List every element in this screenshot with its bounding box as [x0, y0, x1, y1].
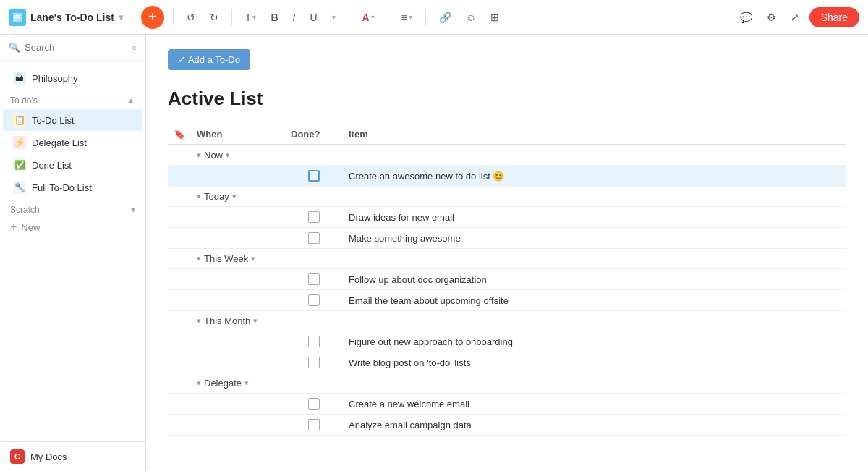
- row-done-cell: [285, 415, 343, 436]
- sidebar-section-scratch[interactable]: Scratch ▾: [0, 199, 145, 218]
- color-button[interactable]: A ▾: [358, 9, 379, 26]
- todo-checkbox[interactable]: [308, 211, 320, 223]
- embed-button[interactable]: ⊞: [486, 9, 503, 26]
- group-name: Today: [204, 191, 229, 202]
- group-label-cell: ▾ Delegate ▾: [191, 373, 846, 394]
- comment-button[interactable]: 💬: [736, 9, 757, 26]
- row-item-cell: Create an awesome new to do list 😊: [343, 166, 846, 187]
- app-title[interactable]: Lane's To-Do List ▾: [9, 9, 123, 26]
- todolist-icon: 📋: [13, 114, 26, 127]
- row-when-cell: [191, 352, 285, 373]
- my-docs-label: My Docs: [30, 451, 67, 462]
- sidebar-item-label-delegatelist: Delegate List: [32, 137, 87, 148]
- my-docs-icon: C: [10, 449, 25, 464]
- new-label: New: [21, 222, 40, 233]
- row-bookmark-cell: [168, 269, 191, 290]
- add-todo-button[interactable]: ✓ Add a To-Do: [168, 49, 250, 70]
- group-bookmark-cell: [168, 145, 191, 166]
- sidebar-section-todos[interactable]: To do's ▲: [0, 90, 145, 109]
- underline-button[interactable]: U: [305, 9, 321, 26]
- group-name: Delegate: [204, 378, 242, 389]
- sidebar-collapse-button[interactable]: «: [132, 43, 137, 53]
- row-when-cell: [191, 207, 285, 228]
- fullscreen-button[interactable]: ⤢: [786, 9, 804, 26]
- sidebar-item-todolist[interactable]: 📋 To-Do List: [3, 109, 142, 131]
- row-item-cell: Draw ideas for new email: [343, 207, 846, 228]
- row-when-cell: [191, 394, 285, 415]
- add-button[interactable]: +: [141, 6, 164, 29]
- search-input[interactable]: [25, 42, 127, 53]
- group-dropdown[interactable]: ▾: [253, 316, 258, 326]
- group-chevron: ▾: [197, 254, 201, 263]
- group-row: ▾ Today ▾: [168, 187, 846, 207]
- todo-checkbox[interactable]: [308, 273, 320, 285]
- sidebar-item-fulltodolist[interactable]: 🔧 Full To-Do List: [3, 177, 142, 198]
- row-bookmark-cell: [168, 228, 191, 249]
- group-chevron: ▾: [197, 150, 201, 160]
- toolbar-divider-3: [231, 9, 232, 26]
- row-done-cell: [285, 228, 343, 249]
- row-item-cell: Email the team about upcoming offsite: [343, 290, 846, 311]
- search-icon: 🔍: [9, 42, 20, 53]
- row-item-cell: Analyze email campaign data: [343, 415, 846, 436]
- row-bookmark-cell: [168, 352, 191, 373]
- settings-button[interactable]: ⚙: [762, 9, 780, 26]
- bold-button[interactable]: B: [266, 9, 282, 26]
- italic-button[interactable]: I: [289, 9, 300, 26]
- todo-checkbox[interactable]: [308, 232, 320, 244]
- group-name: This Month: [204, 315, 250, 326]
- group-dropdown[interactable]: ▾: [232, 192, 237, 201]
- group-dropdown[interactable]: ▾: [244, 378, 249, 388]
- group-dropdown[interactable]: ▾: [226, 150, 230, 160]
- sidebar-item-philosophy[interactable]: 🏔 Philosophy: [3, 67, 142, 89]
- todo-checkbox[interactable]: [308, 398, 320, 410]
- link-button[interactable]: 🔗: [435, 9, 456, 26]
- share-button[interactable]: Share: [809, 7, 859, 27]
- page-title: Active List: [168, 88, 846, 110]
- group-row: ▾ This Week ▾: [168, 249, 846, 269]
- toolbar-divider-1: [132, 9, 132, 26]
- table-row: Create a new welcome email: [168, 394, 846, 415]
- th-done: Done?: [285, 124, 343, 145]
- row-when-cell: [191, 269, 285, 290]
- sidebar-new-button[interactable]: + New: [0, 218, 145, 237]
- sidebar-footer[interactable]: C My Docs: [0, 441, 145, 471]
- app-icon: [9, 9, 26, 26]
- group-row: ▾ Delegate ▾: [168, 373, 846, 394]
- row-bookmark-cell: [168, 394, 191, 415]
- row-done-cell: [285, 166, 343, 187]
- group-row: ▾ Now ▾: [168, 145, 846, 166]
- underline-dropdown[interactable]: ▾: [328, 10, 340, 24]
- table-row: Email the team about upcoming offsite: [168, 290, 846, 311]
- sidebar-section-scratch-label: Scratch: [10, 205, 40, 215]
- sidebar-item-label-philosophy: Philosophy: [32, 73, 78, 84]
- todo-checkbox[interactable]: [308, 357, 320, 368]
- text-style-button[interactable]: T ▾: [241, 9, 261, 26]
- sidebar-item-donelist[interactable]: ✅ Done List: [3, 154, 142, 176]
- row-done-cell: [285, 331, 343, 352]
- todos-section-chevron: ▲: [127, 96, 135, 106]
- todo-checkbox[interactable]: [308, 170, 320, 182]
- row-done-cell: [285, 352, 343, 373]
- row-bookmark-cell: [168, 290, 191, 311]
- group-dropdown[interactable]: ▾: [251, 254, 255, 263]
- group-bookmark-cell: [168, 373, 191, 394]
- undo-button[interactable]: ↺: [182, 9, 200, 26]
- redo-button[interactable]: ↻: [205, 9, 223, 26]
- table-row: Analyze email campaign data: [168, 415, 846, 436]
- sidebar: 🔍 « 🏔 Philosophy To do's ▲ 📋 To-Do List …: [0, 35, 146, 471]
- sidebar-item-delegatelist[interactable]: ⚡ Delegate List: [3, 132, 142, 153]
- emoji-button[interactable]: ☺: [461, 9, 480, 26]
- toolbar: Lane's To-Do List ▾ + ↺ ↻ T ▾ B I U ▾ A …: [0, 0, 868, 35]
- philosophy-icon: 🏔: [13, 72, 26, 85]
- th-item: Item: [343, 124, 846, 145]
- toolbar-divider-2: [173, 9, 174, 26]
- toolbar-divider-5: [388, 9, 388, 26]
- todo-checkbox[interactable]: [308, 419, 320, 430]
- table-row: Draw ideas for new email: [168, 207, 846, 228]
- todo-checkbox[interactable]: [308, 294, 320, 306]
- align-button[interactable]: ≡ ▾: [397, 9, 417, 26]
- todo-checkbox[interactable]: [308, 336, 320, 347]
- row-when-cell: [191, 331, 285, 352]
- group-chevron: ▾: [197, 316, 201, 326]
